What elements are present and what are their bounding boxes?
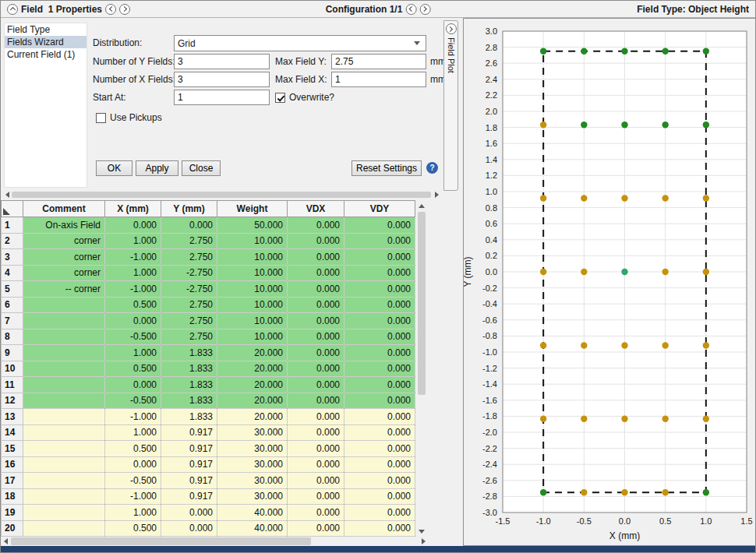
cell-x[interactable]: 1.000 [105, 345, 161, 361]
scroll-up-button[interactable] [416, 200, 427, 211]
cell-weight[interactable]: 30.000 [217, 441, 288, 457]
column-header-comment[interactable]: Comment [23, 201, 105, 217]
collapse-panel-button[interactable] [7, 4, 18, 15]
scroll-left-button[interactable] [3, 191, 11, 199]
cell-weight[interactable]: 10.000 [217, 313, 288, 329]
cell-x[interactable]: 1.000 [105, 233, 161, 249]
cell-vdx[interactable]: 0.000 [288, 473, 344, 489]
cell-comment[interactable] [23, 505, 105, 521]
cell-x[interactable]: -1.000 [105, 488, 161, 505]
cell-comment[interactable] [23, 345, 105, 361]
scroll-right-button[interactable] [433, 191, 440, 199]
cell-weight[interactable]: 10.000 [217, 281, 288, 298]
num-y-fields-input[interactable] [174, 54, 270, 69]
next-config-button[interactable] [419, 4, 430, 15]
cell-vdy[interactable]: 0.000 [344, 424, 415, 441]
cell-comment[interactable] [23, 361, 105, 377]
cell-x[interactable]: 1.000 [105, 424, 161, 441]
cell-comment[interactable] [23, 393, 105, 409]
cell-x[interactable]: 0.500 [105, 361, 161, 377]
cell-y[interactable]: 0.917 [161, 441, 217, 457]
cell-y[interactable]: 1.833 [161, 377, 217, 393]
cell-vdy[interactable]: 0.000 [344, 313, 415, 329]
next-field-button[interactable] [119, 4, 130, 15]
row-number[interactable]: 4 [2, 265, 23, 281]
cell-y[interactable]: 0.000 [161, 520, 217, 537]
cell-comment[interactable] [23, 297, 105, 313]
expand-plot-button[interactable] [446, 23, 457, 34]
help-icon[interactable]: ? [426, 162, 438, 174]
cell-weight[interactable]: 20.000 [217, 393, 288, 409]
cell-y[interactable]: 0.000 [161, 505, 217, 521]
cell-weight[interactable]: 30.000 [217, 473, 288, 489]
cell-vdx[interactable]: 0.000 [288, 520, 344, 537]
cell-vdx[interactable]: 0.000 [288, 377, 344, 393]
cell-vdx[interactable]: 0.000 [288, 297, 344, 313]
row-number[interactable]: 2 [2, 233, 23, 249]
cell-comment[interactable]: corner [23, 249, 105, 266]
cell-comment[interactable] [23, 424, 105, 441]
cell-vdy[interactable]: 0.000 [344, 456, 415, 473]
cell-y[interactable]: 0.917 [161, 488, 217, 505]
cell-weight[interactable]: 40.000 [217, 520, 288, 537]
cell-vdy[interactable]: 0.000 [344, 520, 415, 537]
start-at-input[interactable] [174, 90, 270, 105]
cell-vdx[interactable]: 0.000 [288, 488, 344, 505]
cell-vdy[interactable]: 0.000 [344, 297, 415, 313]
row-number[interactable]: 18 [2, 488, 23, 505]
cell-vdy[interactable]: 0.000 [344, 233, 415, 249]
cell-vdx[interactable]: 0.000 [288, 345, 344, 361]
distribution-select[interactable]: Grid [174, 35, 426, 51]
cell-vdx[interactable]: 0.000 [288, 329, 344, 345]
cell-weight[interactable]: 10.000 [217, 233, 288, 249]
cell-comment[interactable] [23, 473, 105, 489]
cell-vdx[interactable]: 0.000 [288, 249, 344, 266]
row-number[interactable]: 8 [2, 329, 23, 345]
cell-x[interactable]: -1.000 [105, 281, 161, 298]
row-number[interactable]: 1 [2, 217, 23, 234]
column-header-weight[interactable]: Weight [217, 201, 288, 217]
cell-x[interactable]: 0.500 [105, 297, 161, 313]
row-number[interactable]: 13 [2, 409, 23, 425]
cell-vdy[interactable]: 0.000 [344, 281, 415, 298]
cell-comment[interactable]: corner [23, 233, 105, 249]
cell-vdy[interactable]: 0.000 [344, 409, 415, 425]
scrollbar-thumb[interactable] [418, 212, 426, 395]
cell-vdx[interactable]: 0.000 [288, 217, 344, 234]
cell-x[interactable]: -0.500 [105, 473, 161, 489]
column-header-ymm[interactable]: Y (mm) [161, 201, 217, 217]
row-number[interactable]: 15 [2, 441, 23, 457]
cell-x[interactable]: 1.000 [105, 505, 161, 521]
cell-weight[interactable]: 20.000 [217, 409, 288, 425]
cell-vdx[interactable]: 0.000 [288, 424, 344, 441]
column-header-vdx[interactable]: VDX [288, 201, 344, 217]
apply-button[interactable]: Apply [136, 160, 178, 176]
cell-vdx[interactable]: 0.000 [288, 361, 344, 377]
cell-comment[interactable]: -- corner [23, 281, 105, 298]
cell-weight[interactable]: 10.000 [217, 265, 288, 281]
cell-y[interactable]: 2.750 [161, 313, 217, 329]
cell-weight[interactable]: 20.000 [217, 345, 288, 361]
overwrite-checkbox[interactable] [275, 93, 285, 103]
num-x-fields-input[interactable] [174, 72, 270, 87]
cell-vdy[interactable]: 0.000 [344, 265, 415, 281]
cell-vdy[interactable]: 0.000 [344, 361, 415, 377]
table-horizontal-scrollbar[interactable] [1, 537, 428, 546]
row-number[interactable]: 10 [2, 361, 23, 377]
use-pickups-checkbox[interactable] [96, 113, 106, 123]
row-number[interactable]: 16 [2, 456, 23, 473]
cell-x[interactable]: -0.500 [105, 329, 161, 345]
prev-config-button[interactable] [405, 4, 416, 15]
reset-settings-button[interactable]: Reset Settings [352, 160, 422, 176]
cell-vdy[interactable]: 0.000 [344, 345, 415, 361]
cell-y[interactable]: 0.000 [161, 217, 217, 234]
cell-x[interactable]: 0.000 [105, 313, 161, 329]
row-number[interactable]: 5 [2, 281, 23, 298]
cell-vdy[interactable]: 0.000 [344, 393, 415, 409]
prev-field-button[interactable] [105, 4, 116, 15]
cell-weight[interactable]: 10.000 [217, 329, 288, 345]
wizard-horizontal-scrollbar[interactable] [3, 191, 440, 199]
cell-y[interactable]: 0.917 [161, 424, 217, 441]
cell-y[interactable]: 2.750 [161, 297, 217, 313]
cell-vdy[interactable]: 0.000 [344, 488, 415, 505]
